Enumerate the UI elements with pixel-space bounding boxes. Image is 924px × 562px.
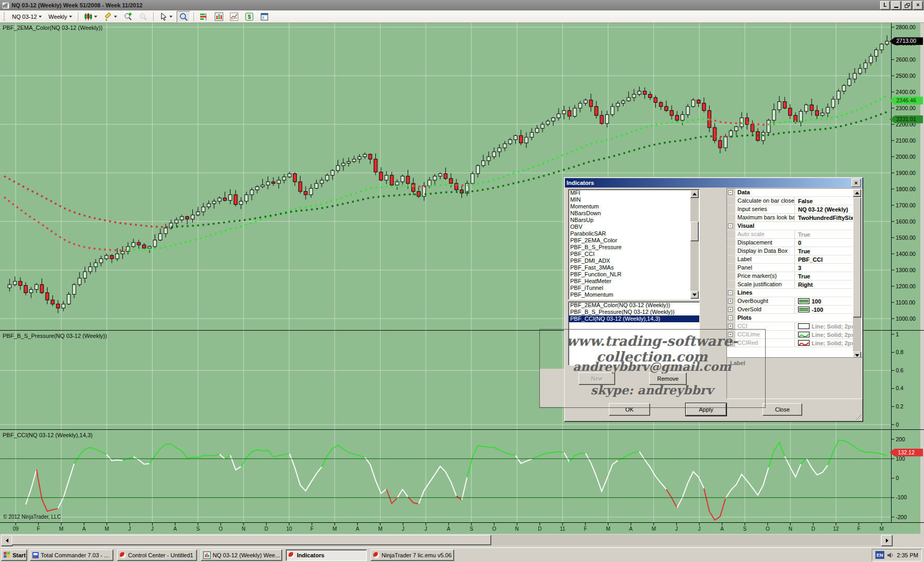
property-value[interactable]: False [795,197,862,205]
property-row[interactable]: Price marker(s)True [727,272,862,280]
scroll-up-button[interactable] [853,189,861,197]
indicator-list-item[interactable]: OBV [569,224,699,230]
clock[interactable]: 2:35 PM [897,552,918,558]
indicator-list-item[interactable]: PBF_Function_NLR [569,271,699,278]
dialog-title-bar[interactable]: Indicators × [565,178,862,188]
scrollbar-thumb[interactable] [11,535,491,545]
collapse-icon[interactable]: − [728,290,733,295]
property-value[interactable]: Right [795,280,862,288]
indicator-list-item[interactable]: Momentum [569,203,699,210]
lock-button[interactable]: L [880,1,890,10]
property-value[interactable]: TwoHundredFiftySix [795,214,862,221]
apply-button[interactable]: Apply [686,403,726,416]
zoom-out-button[interactable] [136,11,150,22]
selected-indicator-item[interactable]: PBF_CCI(NQ 03-12 (Weekly),14,3) [569,315,699,322]
property-row[interactable]: Input seriesNQ 03-12 (Weekly) [727,205,862,214]
selected-indicator-item[interactable]: PBF_2EMA_Color(NQ 03-12 (Weekly)) [569,302,699,309]
property-value[interactable]: 100 [795,297,862,305]
toolbar-grip[interactable] [4,13,6,21]
resize-grip[interactable] [854,413,861,420]
collapse-icon[interactable]: − [728,224,733,228]
scroll-left-button[interactable] [1,535,13,546]
property-section-row[interactable]: −Lines [727,289,862,297]
start-button[interactable]: Start [1,549,27,561]
zoom-in-button[interactable] [121,11,135,22]
taskbar-button[interactable]: NinjaTrader 7 lic.emu v5.06 [371,549,454,561]
line-color-swatch[interactable] [798,307,810,312]
property-row[interactable]: +CCIRedLine; Solid; 2px [727,339,862,347]
scrollbar-thumb[interactable] [853,197,861,318]
property-row[interactable]: +OverBought100 [727,297,862,306]
property-value[interactable]: Line; Solid; 2px [795,331,862,338]
expand-icon[interactable]: + [728,299,733,303]
expand-icon[interactable]: + [728,324,733,329]
indicator-list-item[interactable]: PBF_CCI [569,251,699,257]
property-section-row[interactable]: −Visual [727,222,862,230]
indicator-list-item[interactable]: NBarsUp [569,217,699,224]
available-list-scrollbar[interactable] [690,190,699,299]
close-dialog-button[interactable]: Close [763,403,802,416]
new-chart-button[interactable] [212,11,226,22]
selected-indicator-item[interactable]: PBF_B_S_Pressure(NQ 03-12 (Weekly)) [569,309,699,315]
scrollbar-thumb[interactable] [690,221,699,241]
remove-button[interactable]: Remove [649,372,687,385]
property-row[interactable]: +OverSold-100 [727,306,862,314]
property-value[interactable]: Line; Solid; 2px [795,339,862,347]
property-row[interactable]: Scale justificationRight [727,280,862,289]
speaker-icon[interactable] [887,552,894,559]
instrument-selector[interactable]: NQ 03-12 [9,11,44,22]
scrollbar-track[interactable] [11,535,880,545]
account-data-button[interactable]: $ [242,11,256,22]
indicator-list-item[interactable]: MIN [569,196,699,203]
scroll-up-button[interactable] [690,190,699,198]
cursor-tool-button[interactable] [157,11,175,22]
property-row[interactable]: Calculate on bar closeFalse [727,197,862,205]
scroll-right-button[interactable] [881,535,893,546]
language-indicator[interactable]: EN [875,551,884,559]
property-value[interactable]: 0 [795,239,862,247]
indicator-list-item[interactable]: ParabolicSAR [569,230,699,237]
expand-icon[interactable]: + [728,307,733,312]
close-button[interactable]: × [913,1,923,10]
indicator-properties-grid[interactable]: −DataCalculate on bar closeFalseInput se… [726,188,862,360]
property-row[interactable]: Panel3 [727,264,862,272]
taskbar-button[interactable]: Control Center - Untitled1 [117,549,197,561]
restore-button[interactable] [902,1,912,10]
property-section-row[interactable]: −Plots [727,314,862,322]
property-value[interactable]: Line; Solid; 2px [795,322,862,330]
property-value[interactable]: PBF_CCI [795,255,862,263]
indicator-list-item[interactable]: PBF_iTunnel [569,285,699,291]
collapse-icon[interactable]: − [728,315,733,320]
property-row[interactable]: Auto scaleTrue [727,230,862,239]
property-row[interactable]: +CCILine; Solid; 2px [727,322,862,331]
indicator-list-item[interactable]: PBF_B_S_Pressure [569,244,699,251]
dialog-close-button[interactable]: × [851,179,861,187]
line-color-swatch[interactable] [798,298,810,304]
chart-horizontal-scrollbar[interactable] [0,534,924,547]
drawing-tools-button[interactable] [101,11,120,22]
indicator-list-item[interactable]: MFI [569,190,699,196]
data-box-button[interactable] [177,11,190,22]
collapse-icon[interactable]: − [728,190,733,195]
property-value[interactable]: True [795,247,862,255]
property-row[interactable]: LabelPBF_CCI [727,255,862,264]
property-value[interactable]: True [795,272,862,280]
white-swatch[interactable] [798,323,810,329]
taskbar-button[interactable]: Total Commander 7.03 - ... [30,549,113,561]
red-wave-swatch[interactable] [798,340,810,346]
indicator-list-item[interactable]: PBF_2EMA_Color [569,237,699,244]
property-value[interactable]: 3 [795,264,862,272]
period-selector[interactable]: Weekly [46,11,75,22]
scroll-down-button[interactable] [690,291,699,299]
property-value[interactable]: -100 [795,306,862,313]
minimize-button[interactable] [891,1,901,10]
expand-icon[interactable]: + [728,332,733,337]
property-row[interactable]: Display in Data BoxTrue [727,247,862,255]
indicator-list-item[interactable]: PBF_Fast_3MAs [569,264,699,271]
property-value[interactable]: True [795,230,862,238]
available-indicators-list[interactable]: MFIMINMomentumNBarsDownNBarsUpOBVParabol… [568,189,700,300]
lime-wave-swatch[interactable] [798,332,810,337]
chart-style-button[interactable] [82,11,100,22]
property-value[interactable]: NQ 03-12 (Weekly) [795,205,862,213]
indicator-list-item[interactable]: PBF_HeatMeter [569,278,699,285]
